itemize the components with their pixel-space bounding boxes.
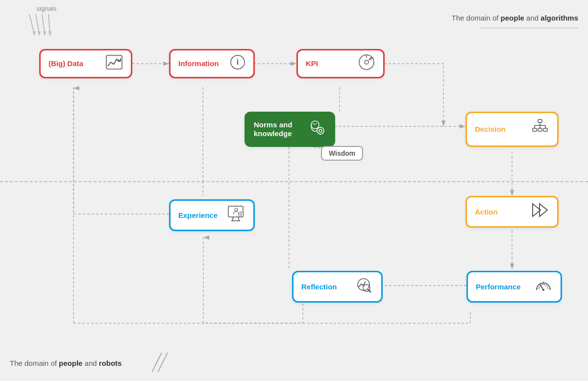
canvas: signals The domain of people and algorit…	[0, 0, 588, 381]
kpi-label: KPI	[306, 59, 318, 68]
norms-knowledge-label: Norms and knowledge	[254, 120, 292, 138]
svg-point-62	[239, 212, 244, 217]
svg-point-43	[319, 129, 322, 132]
svg-point-41	[311, 121, 319, 129]
action-label: Action	[475, 208, 498, 216]
svg-marker-24	[43, 31, 46, 36]
performance-node: Performance	[466, 271, 562, 303]
svg-line-28	[158, 353, 168, 372]
domain-tr-bold1: people	[501, 14, 524, 22]
svg-line-58	[232, 217, 233, 221]
svg-line-20	[42, 14, 45, 34]
action-node: Action	[466, 196, 559, 228]
decision-label: Decision	[475, 125, 506, 134]
wisdom-tag: Wisdom	[321, 146, 363, 161]
signals-label: signals	[37, 5, 56, 12]
svg-point-42	[317, 127, 324, 134]
svg-point-77	[542, 289, 544, 291]
svg-marker-25	[49, 31, 51, 36]
svg-marker-23	[38, 31, 41, 36]
svg-line-21	[49, 14, 50, 34]
decision-icon	[531, 119, 549, 141]
big-data-icon	[105, 54, 123, 73]
svg-point-72	[363, 285, 370, 291]
signals-svg	[27, 14, 66, 36]
domain-bl-before: The domain of	[10, 359, 59, 367]
kpi-node: KPI	[296, 49, 385, 78]
svg-rect-48	[538, 119, 542, 122]
domain-bottom-left: The domain of people and robots	[10, 359, 122, 367]
information-node: Information i	[169, 49, 255, 78]
decision-node: Decision	[466, 112, 559, 147]
svg-rect-56	[543, 128, 547, 131]
h-divider	[0, 181, 588, 182]
big-data-label: (Big) Data	[49, 59, 83, 68]
performance-icon	[534, 276, 553, 297]
reflection-node: Reflection	[292, 271, 383, 303]
information-icon: i	[230, 54, 245, 73]
action-icon	[531, 201, 549, 222]
svg-rect-29	[106, 55, 122, 69]
information-label: Information	[178, 59, 219, 68]
signals-group: signals	[27, 5, 66, 36]
svg-point-61	[235, 208, 238, 211]
reflection-icon	[355, 276, 373, 297]
domain-bl-bold1: people	[59, 359, 82, 367]
svg-point-35	[365, 60, 368, 64]
reflection-label: Reflection	[301, 283, 337, 291]
experience-label: Experience	[178, 211, 218, 220]
experience-icon	[227, 205, 245, 226]
performance-label: Performance	[476, 283, 521, 291]
wisdom-label: Wisdom	[329, 149, 355, 157]
experience-node: Experience	[169, 199, 255, 231]
norms-knowledge-node: Norms and knowledge	[245, 112, 335, 147]
svg-text:i: i	[237, 58, 239, 66]
domain-bl-mark	[152, 353, 176, 372]
domain-top-right: The domain of people and algorithms	[452, 14, 578, 22]
domain-tr-line	[480, 27, 578, 29]
svg-rect-54	[533, 128, 537, 131]
svg-line-18	[29, 14, 34, 34]
svg-marker-22	[33, 31, 36, 36]
domain-bl-mid: and	[82, 359, 98, 367]
domain-tr-mid: and	[524, 14, 540, 22]
norms-knowledge-icon	[307, 119, 326, 141]
signals-arrows	[27, 14, 66, 36]
domain-tr-bold2: algorithms	[540, 14, 578, 22]
domain-tr-before: The domain of	[452, 14, 501, 22]
big-data-node: (Big) Data	[39, 49, 132, 78]
svg-line-19	[36, 14, 39, 34]
kpi-icon	[358, 53, 375, 74]
domain-bl-bold2: robots	[99, 359, 122, 367]
svg-line-27	[152, 353, 162, 372]
svg-rect-55	[538, 128, 542, 131]
svg-line-59	[238, 217, 239, 221]
